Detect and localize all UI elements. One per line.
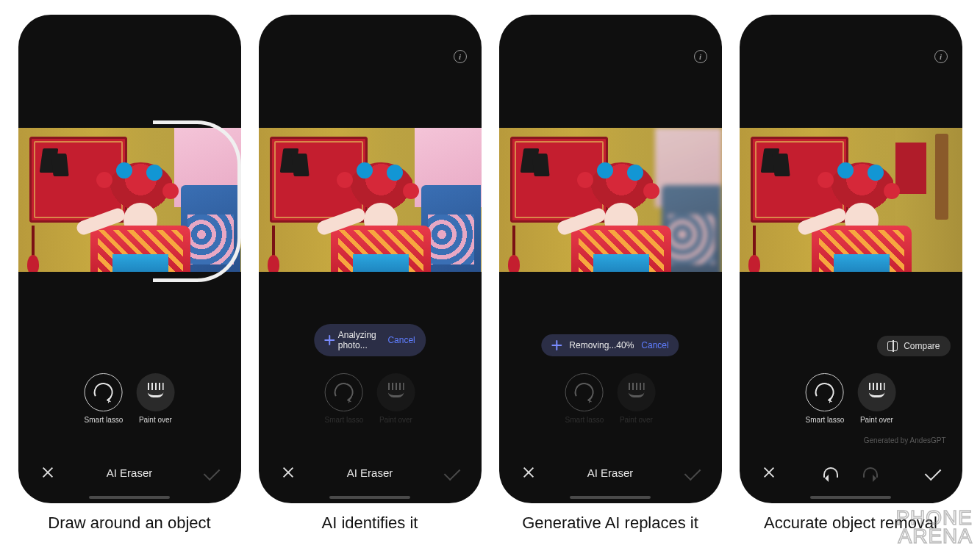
paint-over-tool: Paint over xyxy=(376,373,415,424)
check-icon xyxy=(443,464,460,481)
edited-photo[interactable] xyxy=(499,128,722,272)
phone-frame: i Compare Smart lasso xyxy=(740,15,962,503)
edited-photo[interactable] xyxy=(18,128,241,272)
info-icon[interactable]: i xyxy=(694,50,707,63)
paint-over-label: Paint over xyxy=(139,416,172,424)
close-button[interactable] xyxy=(279,464,297,481)
redo-button xyxy=(862,464,879,481)
compare-button[interactable]: Compare xyxy=(877,336,950,356)
phone-frame: i Removing...40% Cancel xyxy=(499,15,722,503)
check-icon xyxy=(924,464,941,481)
bottom-bar: AI Eraser xyxy=(259,452,482,493)
bottom-bar: AI Eraser xyxy=(18,452,241,493)
compare-label: Compare xyxy=(904,341,940,351)
info-icon[interactable]: i xyxy=(934,50,948,63)
status-bar xyxy=(740,15,962,47)
caption: Generative AI replaces it xyxy=(522,514,698,533)
smart-lasso-label: Smart lasso xyxy=(325,416,364,424)
status-pill: Analyzing photo... Cancel xyxy=(314,324,426,356)
screen-title: AI Eraser xyxy=(587,467,634,479)
tool-row: Smart lasso Paint over xyxy=(806,373,896,424)
smart-lasso-tool[interactable]: Smart lasso xyxy=(806,373,845,424)
smart-lasso-label: Smart lasso xyxy=(85,416,124,424)
paint-icon xyxy=(868,387,884,397)
cancel-button[interactable]: Cancel xyxy=(387,335,415,345)
smart-lasso-label: Smart lasso xyxy=(806,416,845,424)
cancel-button[interactable]: Cancel xyxy=(641,340,668,350)
status-bar xyxy=(18,15,241,47)
status-pill: Removing...40% Cancel xyxy=(541,334,679,356)
paint-icon xyxy=(628,387,644,397)
screen-title: AI Eraser xyxy=(107,467,153,479)
tool-row: Smart lasso Paint over xyxy=(565,373,656,424)
watermark-line2: ARENA xyxy=(895,527,973,545)
paint-icon xyxy=(147,387,163,397)
smart-lasso-tool[interactable]: Smart lasso xyxy=(85,373,124,424)
close-icon xyxy=(762,466,776,479)
screen-title: AI Eraser xyxy=(347,467,393,479)
confirm-button xyxy=(684,464,701,481)
home-indicator xyxy=(89,496,170,499)
status-bar xyxy=(259,15,482,47)
lasso-icon xyxy=(572,380,596,404)
info-icon[interactable]: i xyxy=(454,50,467,63)
sparkle-icon xyxy=(551,340,562,350)
close-icon xyxy=(282,466,295,479)
phone-frame: Smart lasso Paint over AI Eraser xyxy=(18,15,241,503)
confirm-button xyxy=(443,464,461,481)
caption: AI identifies it xyxy=(322,514,418,533)
sparkle-icon xyxy=(324,335,330,345)
smart-lasso-label: Smart lasso xyxy=(565,416,604,424)
check-icon xyxy=(684,464,701,481)
home-indicator xyxy=(570,496,651,499)
close-button[interactable] xyxy=(760,464,778,481)
check-icon xyxy=(203,464,220,481)
generated-by-label: Generated by AndesGPT xyxy=(864,436,946,444)
watermark: PHONE ARENA xyxy=(895,508,973,545)
paint-over-tool: Paint over xyxy=(617,373,655,424)
paint-icon xyxy=(387,387,404,397)
bottom-bar xyxy=(740,452,962,493)
lasso-icon xyxy=(332,380,356,404)
bottom-bar: AI Eraser xyxy=(499,452,722,493)
undo-button[interactable] xyxy=(822,464,840,481)
close-button[interactable] xyxy=(520,464,537,481)
lasso-icon xyxy=(91,380,115,404)
close-icon xyxy=(41,466,54,479)
paint-over-label: Paint over xyxy=(620,416,653,424)
tool-row: Smart lasso Paint over xyxy=(85,373,175,424)
paint-over-tool[interactable]: Paint over xyxy=(857,373,895,424)
close-button[interactable] xyxy=(39,464,57,481)
home-indicator xyxy=(810,496,891,499)
phone-frame: i Analyzing photo... Cancel xyxy=(259,15,482,503)
paint-over-label: Paint over xyxy=(860,416,893,424)
photo-area xyxy=(740,128,962,272)
redo-icon xyxy=(863,467,878,478)
undo-icon xyxy=(823,467,838,478)
status-text: Analyzing photo... xyxy=(338,330,381,350)
home-indicator xyxy=(329,496,410,499)
paint-over-label: Paint over xyxy=(379,416,412,424)
status-bar xyxy=(499,15,722,47)
status-text: Removing...40% xyxy=(569,340,634,350)
photo-area xyxy=(259,128,482,272)
edited-photo[interactable] xyxy=(259,128,482,272)
edited-photo[interactable] xyxy=(740,128,962,272)
confirm-button xyxy=(203,464,221,481)
confirm-button[interactable] xyxy=(924,464,942,481)
lasso-icon xyxy=(812,380,837,404)
compare-icon xyxy=(887,341,898,351)
tool-row: Smart lasso Paint over xyxy=(325,373,415,424)
smart-lasso-tool: Smart lasso xyxy=(565,373,604,424)
caption: Draw around an object xyxy=(48,514,210,533)
paint-over-tool[interactable]: Paint over xyxy=(136,373,174,424)
close-icon xyxy=(522,466,535,479)
photo-area xyxy=(499,128,722,272)
photo-area xyxy=(18,128,241,272)
smart-lasso-tool: Smart lasso xyxy=(325,373,364,424)
